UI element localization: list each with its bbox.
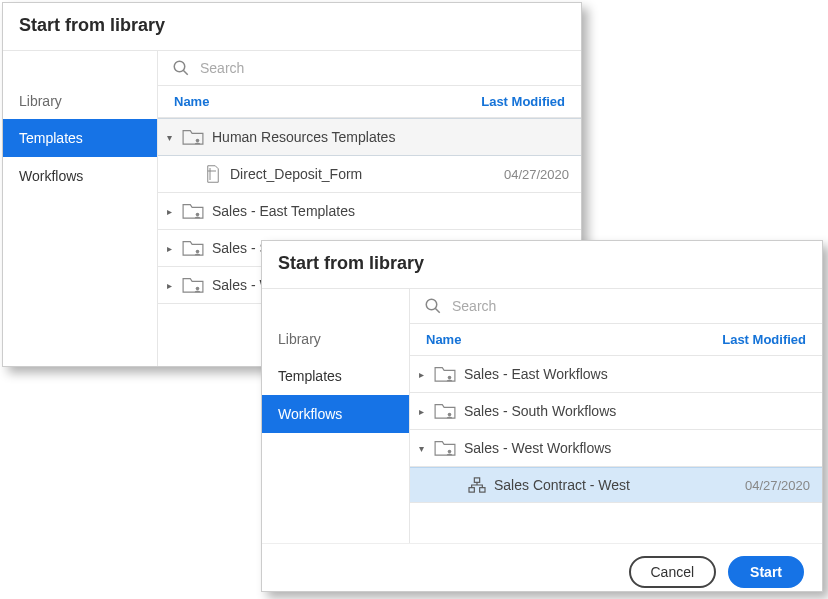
svg-line-7 [435, 308, 440, 313]
chevron-right-icon[interactable] [164, 243, 174, 254]
search-placeholder: Search [200, 60, 244, 76]
dialog-body: Library Templates Workflows Search Name … [262, 289, 822, 543]
document-icon [204, 165, 222, 183]
search-input[interactable]: Search [158, 51, 581, 85]
svg-point-10 [448, 450, 452, 454]
folder-row[interactable]: Sales - West Workflows [410, 430, 822, 467]
search-input[interactable]: Search [410, 289, 822, 323]
folder-label: Sales - South Workflows [464, 403, 616, 419]
svg-point-2 [196, 139, 200, 143]
search-icon [424, 297, 442, 315]
folder-label: Sales - West Workflows [464, 440, 611, 456]
folder-shared-icon [182, 276, 204, 294]
svg-point-8 [448, 376, 452, 380]
column-name[interactable]: Name [426, 332, 461, 347]
sidebar-heading: Library [262, 325, 409, 357]
modified-date: 04/27/2020 [745, 478, 810, 493]
svg-rect-12 [469, 488, 474, 492]
svg-point-3 [196, 213, 200, 217]
folder-row[interactable]: Human Resources Templates [158, 118, 581, 156]
sidebar-item-templates[interactable]: Templates [3, 119, 157, 157]
workflow-icon [468, 477, 486, 493]
sidebar: Library Templates Workflows [3, 51, 158, 366]
column-name[interactable]: Name [174, 94, 209, 109]
sidebar-item-workflows[interactable]: Workflows [262, 395, 409, 433]
search-placeholder: Search [452, 298, 496, 314]
list: Sales - East Workflows Sales - South Wor… [410, 356, 822, 543]
sidebar: Library Templates Workflows [262, 289, 410, 543]
column-modified[interactable]: Last Modified [481, 94, 565, 109]
svg-point-9 [448, 413, 452, 417]
chevron-right-icon[interactable] [416, 369, 426, 380]
library-dialog-workflows: Start from library Library Templates Wor… [261, 240, 823, 592]
folder-shared-icon [434, 402, 456, 420]
folder-label: Human Resources Templates [212, 129, 395, 145]
document-label: Direct_Deposit_Form [230, 166, 362, 182]
folder-row[interactable]: Sales - South Workflows [410, 393, 822, 430]
start-button[interactable]: Start [728, 556, 804, 588]
list-header: Name Last Modified [410, 323, 822, 356]
sidebar-item-workflows[interactable]: Workflows [3, 157, 157, 195]
svg-line-1 [183, 70, 188, 75]
sidebar-item-templates[interactable]: Templates [262, 357, 409, 395]
workflow-row[interactable]: Sales Contract - West 04/27/2020 [410, 467, 822, 503]
svg-point-5 [196, 287, 200, 291]
dialog-footer: Cancel Start [262, 543, 822, 599]
main-panel: Search Name Last Modified Sales - East W… [410, 289, 822, 543]
dialog-title: Start from library [262, 241, 822, 289]
chevron-down-icon[interactable] [164, 132, 174, 143]
folder-row[interactable]: Sales - East Workflows [410, 356, 822, 393]
svg-point-0 [174, 61, 185, 72]
folder-row[interactable]: Sales - East Templates [158, 193, 581, 230]
folder-shared-icon [182, 128, 204, 146]
folder-label: Sales - East Workflows [464, 366, 608, 382]
dialog-title: Start from library [3, 3, 581, 51]
folder-label: Sales - East Templates [212, 203, 355, 219]
workflow-label: Sales Contract - West [494, 477, 630, 493]
folder-shared-icon [182, 239, 204, 257]
svg-point-4 [196, 250, 200, 254]
sidebar-heading: Library [3, 87, 157, 119]
folder-shared-icon [182, 202, 204, 220]
chevron-right-icon[interactable] [164, 280, 174, 291]
list-header: Name Last Modified [158, 85, 581, 118]
column-modified[interactable]: Last Modified [722, 332, 806, 347]
svg-rect-13 [480, 488, 485, 492]
document-row[interactable]: Direct_Deposit_Form 04/27/2020 [158, 156, 581, 193]
chevron-right-icon[interactable] [164, 206, 174, 217]
folder-shared-icon [434, 439, 456, 457]
svg-rect-11 [474, 478, 479, 482]
svg-point-6 [426, 299, 437, 310]
search-icon [172, 59, 190, 77]
folder-shared-icon [434, 365, 456, 383]
chevron-right-icon[interactable] [416, 406, 426, 417]
modified-date: 04/27/2020 [504, 167, 569, 182]
cancel-button[interactable]: Cancel [629, 556, 717, 588]
chevron-down-icon[interactable] [416, 443, 426, 454]
